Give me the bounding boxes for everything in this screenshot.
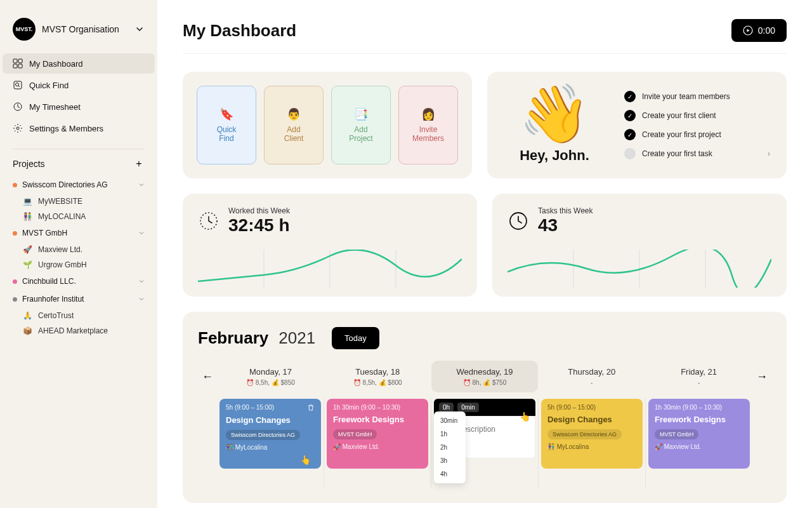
chevron-down-icon	[138, 296, 145, 302]
event-project: 👫 MyLocalina	[547, 443, 636, 450]
nav-item-settings-members[interactable]: Settings & Members	[3, 118, 155, 138]
next-week-button[interactable]: →	[752, 370, 771, 384]
client-row[interactable]: Swisscom Directories AG	[3, 176, 155, 194]
event-col-tue: 1h 30min (9:00 – 10:30) Freework Designs…	[324, 399, 431, 488]
duration-option[interactable]: 4h	[434, 467, 466, 481]
check-icon: ✓	[624, 91, 636, 102]
day-column[interactable]: Thursday, 20-	[538, 361, 645, 392]
duration-option[interactable]: 2h	[434, 441, 466, 454]
project-row[interactable]: 🚀Maxview Ltd.	[3, 242, 155, 257]
duration-hours-chip[interactable]: 0h	[439, 403, 454, 412]
client-color-dot	[13, 297, 17, 302]
duration-dropdown[interactable]: 30min1h2h3h4h	[434, 411, 466, 483]
sparkline	[198, 250, 462, 288]
quick-action-add-client[interactable]: 👨AddClient	[264, 86, 324, 164]
stat-label: Tasks this Week	[538, 206, 593, 215]
event-card[interactable]: 5h (9:00 – 15:00) Design Changes Swissco…	[219, 399, 321, 469]
prev-week-button[interactable]: ←	[198, 370, 217, 384]
day-column[interactable]: Monday, 17⏰ 8,5h, 💰 $850	[217, 361, 324, 392]
day-meta: ⏰ 8,5h, 💰 $800	[328, 379, 428, 386]
nav-label: My Dashboard	[29, 59, 83, 69]
event-time: 1h 30min (9:00 – 10:30)	[655, 404, 722, 411]
quick-action-invite-members[interactable]: 👩InviteMembers	[398, 86, 458, 164]
day-label: Thursday, 20	[542, 367, 641, 377]
search-icon	[13, 80, 23, 90]
onboarding-label: Create your first client	[642, 111, 716, 120]
sidebar: MVST. MVST Organisation My DashboardQuic…	[0, 0, 157, 508]
client-row[interactable]: Cinchbuild LLC.	[3, 272, 155, 290]
main: My Dashboard 0:00 🔖QuickFind👨AddClient📑A…	[157, 0, 812, 508]
event-project: 🚀 Maxview Ltd.	[333, 443, 422, 450]
svg-point-5	[16, 83, 19, 86]
quick-action-add-project[interactable]: 📑AddProject	[331, 86, 391, 164]
day-meta: ⏰ 8,5h, 💰 $850	[221, 379, 320, 386]
event-title: Freework Designs	[333, 415, 422, 424]
nav-item-quick-find[interactable]: Quick Find	[3, 75, 155, 95]
duration-option[interactable]: 3h	[434, 454, 466, 467]
clock-dotted-icon	[198, 210, 219, 232]
chevron-down-icon	[138, 278, 145, 284]
stat-value: 43	[538, 215, 593, 236]
event-card[interactable]: 1h 30min (9:00 – 10:30) Freework Designs…	[327, 399, 428, 469]
duration-option[interactable]: 1h	[434, 427, 466, 441]
org-logo: MVST.	[13, 18, 36, 41]
event-card[interactable]: 5h (9:00 – 15:00) Design Changes Swissco…	[541, 399, 643, 469]
event-col-wed: 0h 0min + 👆 30min1h2h3h4h	[431, 399, 539, 488]
project-row[interactable]: 👫MyLOCALINA	[3, 209, 155, 224]
svg-rect-4	[14, 81, 22, 89]
onboarding-item[interactable]: ✓Create your first project	[624, 129, 770, 140]
project-name: Urgrow GmbH	[38, 260, 87, 269]
dashboard-icon	[13, 58, 23, 69]
org-selector[interactable]: MVST. MVST Organisation	[0, 13, 157, 53]
today-button[interactable]: Today	[332, 327, 379, 349]
quick-action-label: InviteMembers	[412, 125, 444, 143]
quick-action-label: AddProject	[349, 125, 372, 143]
event-card[interactable]: 1h 30min (9:00 – 10:30) Freework Designs…	[648, 399, 750, 469]
project-row[interactable]: 📦AHEAD Marketplace	[3, 323, 155, 338]
day-column[interactable]: Tuesday, 18⏰ 8,5h, 💰 $800	[324, 361, 431, 392]
event-client-tag: Swisscom Directories AG	[226, 430, 300, 440]
stat-value: 32:45 h	[228, 215, 290, 236]
duration-option[interactable]: 30min	[434, 414, 466, 427]
page-title: My Dashboard	[183, 21, 296, 41]
project-row[interactable]: 🌱Urgrow GmbH	[3, 257, 155, 272]
org-name: MVST Organisation	[42, 24, 128, 34]
onboarding-item[interactable]: ✓Invite your team members	[624, 91, 770, 102]
onboarding-card: 👋 Hey, John. ✓Invite your team members✓C…	[487, 72, 787, 178]
day-label: Friday, 21	[649, 367, 749, 377]
duration-mins-chip[interactable]: 0min	[457, 403, 479, 412]
svg-rect-3	[18, 64, 22, 68]
project-row[interactable]: 🙏CertoTrust	[3, 308, 155, 323]
stat-tasks-week: Tasks this Week 43	[492, 194, 787, 297]
event-title: Freework Designs	[655, 415, 743, 424]
quick-actions: 🔖QuickFind👨AddClient📑AddProject👩InviteMe…	[183, 72, 472, 178]
projects-title: Projects	[13, 159, 45, 169]
client-row[interactable]: Fraunhofer Institut	[3, 290, 155, 308]
clock-icon	[508, 210, 529, 232]
client-row[interactable]: MVST GmbH	[3, 224, 155, 242]
new-event-popover[interactable]: 0h 0min + 👆 30min1h2h3h4h	[434, 399, 535, 458]
day-column[interactable]: Wednesday, 19⏰ 8h, 💰 $750	[431, 361, 539, 392]
onboarding-item[interactable]: ✓Create your first task›	[624, 148, 770, 159]
onboarding-item[interactable]: ✓Create your first client	[624, 110, 770, 121]
add-project-button[interactable]: +	[133, 158, 145, 170]
chevron-right-icon: ›	[768, 149, 770, 158]
event-time: 5h (9:00 – 15:00)	[226, 404, 274, 411]
day-meta: -	[542, 379, 641, 386]
event-client-tag: Swisscom Directories AG	[547, 429, 622, 439]
client-color-dot	[13, 231, 17, 236]
quick-action-icon: 👩	[421, 107, 435, 121]
trash-icon[interactable]	[307, 404, 315, 411]
project-row[interactable]: 💻MyWEBSITE	[3, 194, 155, 209]
greeting: Hey, John.	[520, 147, 589, 164]
day-column[interactable]: Friday, 21-	[645, 361, 752, 392]
event-title: Design Changes	[226, 415, 315, 425]
event-col-fri: 1h 30min (9:00 – 10:30) Freework Designs…	[646, 399, 752, 488]
check-icon: ✓	[624, 148, 636, 159]
timer-button[interactable]: 0:00	[731, 19, 787, 42]
nav-item-my-dashboard[interactable]: My Dashboard	[3, 53, 155, 74]
quick-action-quick-find[interactable]: 🔖QuickFind	[197, 86, 256, 164]
play-icon	[743, 25, 753, 36]
quick-action-label: QuickFind	[217, 125, 237, 143]
nav-item-my-timesheet[interactable]: My Timesheet	[3, 97, 155, 117]
